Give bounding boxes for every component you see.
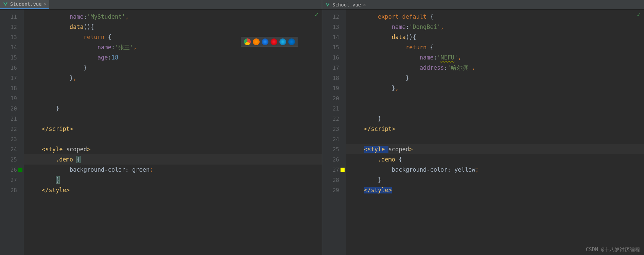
gutter-left: 111213141516171819202122232425262728 bbox=[0, 10, 24, 255]
line-number: 27 bbox=[0, 175, 24, 185]
line-number: 16 bbox=[322, 52, 346, 63]
code-line[interactable]: .demo { bbox=[24, 154, 322, 165]
tab-school-vue[interactable]: School.vue × bbox=[322, 0, 369, 9]
line-number: 18 bbox=[0, 83, 24, 93]
code-line[interactable]: </script> bbox=[346, 124, 644, 134]
code-line[interactable] bbox=[24, 114, 322, 124]
code-line[interactable]: </script> bbox=[24, 124, 322, 134]
line-number: 14 bbox=[322, 32, 346, 42]
code-line[interactable]: <style scoped> bbox=[24, 144, 322, 154]
line-number: 29 bbox=[322, 185, 346, 195]
code-line[interactable]: name:'NEFU', bbox=[346, 52, 644, 63]
line-number: 28 bbox=[322, 175, 346, 185]
line-number: 26 bbox=[0, 165, 24, 175]
line-number: 21 bbox=[322, 103, 346, 114]
tab-label: School.vue bbox=[332, 2, 361, 7]
code-line[interactable]: name:'DongBei', bbox=[346, 22, 644, 32]
line-number: 17 bbox=[0, 73, 24, 83]
close-icon[interactable]: × bbox=[363, 2, 366, 7]
inspection-pass-icon: ✓ bbox=[637, 11, 641, 18]
line-number: 15 bbox=[322, 42, 346, 52]
tab-bar-left: Student.vue × bbox=[0, 0, 322, 10]
line-number: 25 bbox=[0, 154, 24, 165]
tab-bar-right: School.vue × bbox=[322, 0, 644, 10]
code-line[interactable] bbox=[346, 93, 644, 103]
code-line[interactable]: } bbox=[346, 114, 644, 124]
code-line[interactable]: } bbox=[24, 175, 322, 185]
line-number: 22 bbox=[322, 114, 346, 124]
code-line[interactable]: background-color: yellow; bbox=[346, 165, 644, 175]
vue-icon bbox=[3, 1, 8, 7]
code-line[interactable]: </style> bbox=[346, 185, 644, 195]
safari-icon[interactable] bbox=[262, 38, 268, 45]
line-number: 12 bbox=[322, 12, 346, 22]
code-line[interactable]: } bbox=[346, 73, 644, 83]
color-swatch[interactable] bbox=[341, 168, 345, 172]
code-line[interactable]: </style> bbox=[24, 185, 322, 195]
line-number: 18 bbox=[322, 73, 346, 83]
code-line[interactable]: address:'哈尔滨', bbox=[346, 63, 644, 73]
line-number: 19 bbox=[322, 83, 346, 93]
code-line[interactable]: export default { bbox=[346, 12, 644, 22]
firefox-icon[interactable] bbox=[253, 38, 260, 45]
line-number: 27 bbox=[322, 165, 346, 175]
chrome-icon[interactable] bbox=[244, 38, 251, 45]
watermark: CSDN @十八岁讨厌编程 bbox=[586, 247, 640, 253]
color-swatch[interactable] bbox=[18, 168, 22, 172]
code-area-right[interactable]: ✓ export default { name:'DongBei', data(… bbox=[346, 10, 644, 255]
code-line[interactable] bbox=[24, 93, 322, 103]
code-line[interactable]: return { bbox=[346, 42, 644, 52]
code-line[interactable]: }, bbox=[346, 83, 644, 93]
code-line[interactable] bbox=[24, 134, 322, 144]
line-number: 20 bbox=[0, 103, 24, 114]
edge-icon[interactable] bbox=[288, 38, 295, 45]
tab-student-vue[interactable]: Student.vue × bbox=[0, 0, 49, 9]
line-number: 14 bbox=[0, 42, 24, 52]
line-number: 28 bbox=[0, 185, 24, 195]
inspection-pass-icon: ✓ bbox=[315, 11, 318, 18]
editor-right[interactable]: 121314151617181920212223242526272829 ✓ e… bbox=[322, 10, 644, 255]
gutter-right: 121314151617181920212223242526272829 bbox=[322, 10, 346, 255]
code-line[interactable]: data(){ bbox=[346, 32, 644, 42]
line-number: 20 bbox=[322, 93, 346, 103]
line-number: 17 bbox=[322, 63, 346, 73]
line-number: 19 bbox=[0, 93, 24, 103]
line-number: 24 bbox=[322, 134, 346, 144]
opera-icon[interactable] bbox=[271, 38, 277, 45]
editor-left[interactable]: 111213141516171819202122232425262728 ✓ n… bbox=[0, 10, 322, 255]
line-number: 26 bbox=[322, 154, 346, 165]
browser-bar bbox=[241, 37, 298, 47]
editor-pane-left: Student.vue × 11121314151617181920212223… bbox=[0, 0, 322, 255]
close-icon[interactable]: × bbox=[44, 1, 47, 7]
line-number: 16 bbox=[0, 63, 24, 73]
code-line[interactable]: name:'MyStudent', bbox=[24, 12, 322, 22]
line-number: 13 bbox=[322, 22, 346, 32]
code-line[interactable]: .demo { bbox=[346, 154, 644, 165]
line-number: 24 bbox=[0, 144, 24, 154]
line-number: 22 bbox=[0, 124, 24, 134]
line-number: 11 bbox=[0, 12, 24, 22]
code-line[interactable]: background-color: green; bbox=[24, 165, 322, 175]
line-number: 21 bbox=[0, 114, 24, 124]
ie-icon[interactable] bbox=[279, 38, 286, 45]
line-number: 25 bbox=[322, 144, 346, 154]
line-number: 13 bbox=[0, 32, 24, 42]
code-line[interactable]: data(){ bbox=[24, 22, 322, 32]
code-line[interactable] bbox=[24, 83, 322, 93]
code-line[interactable]: age:18 bbox=[24, 52, 322, 63]
code-line[interactable] bbox=[346, 134, 644, 144]
line-number: 12 bbox=[0, 22, 24, 32]
code-line[interactable]: <style scoped> bbox=[346, 144, 644, 154]
code-line[interactable]: } bbox=[24, 63, 322, 73]
editor-pane-right: School.vue × 121314151617181920212223242… bbox=[322, 0, 644, 255]
tab-label: Student.vue bbox=[10, 1, 42, 7]
code-line[interactable] bbox=[346, 103, 644, 114]
vue-icon bbox=[325, 2, 330, 7]
code-line[interactable]: } bbox=[346, 175, 644, 185]
code-line[interactable]: } bbox=[24, 103, 322, 114]
line-number: 23 bbox=[322, 124, 346, 134]
line-number: 23 bbox=[0, 134, 24, 144]
line-number: 15 bbox=[0, 52, 24, 63]
code-line[interactable]: }, bbox=[24, 73, 322, 83]
